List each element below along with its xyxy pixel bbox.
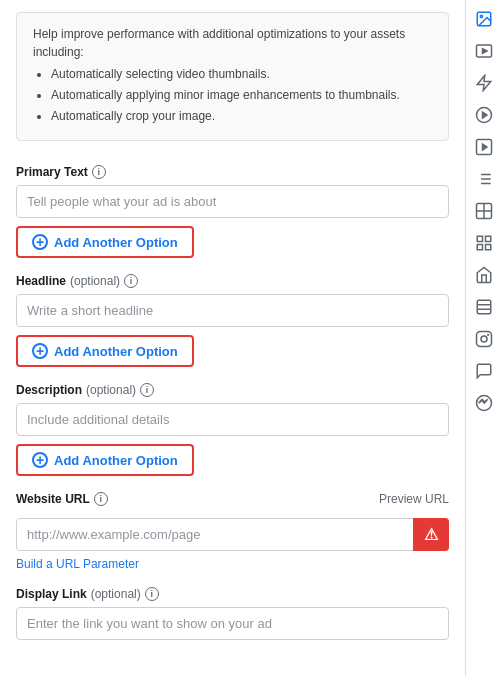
sidebar-icon-image[interactable] — [469, 4, 499, 34]
website-url-section: Website URL i Preview URL ⚠ Build a URL … — [0, 484, 465, 579]
headline-label: Headline (optional) i — [16, 274, 449, 288]
svg-marker-4 — [477, 76, 491, 91]
description-info-icon[interactable]: i — [140, 383, 154, 397]
info-box-item-2: Automatically applying minor image enhan… — [51, 86, 432, 104]
svg-rect-18 — [477, 236, 482, 241]
sidebar-icon-play1[interactable] — [469, 100, 499, 130]
plus-circle-icon-3: + — [32, 452, 48, 468]
primary-text-input[interactable] — [16, 185, 449, 218]
sidebar-icon-instagram[interactable] — [469, 324, 499, 354]
svg-rect-19 — [485, 236, 490, 241]
display-link-section: Display Link (optional) i — [0, 579, 465, 648]
svg-marker-6 — [482, 112, 487, 118]
right-sidebar — [465, 0, 501, 676]
display-link-label: Display Link (optional) i — [16, 587, 449, 601]
svg-point-26 — [481, 336, 487, 342]
sidebar-icon-lightning[interactable] — [469, 68, 499, 98]
description-label: Description (optional) i — [16, 383, 449, 397]
sidebar-icon-chat[interactable] — [469, 356, 499, 386]
svg-point-27 — [487, 335, 488, 336]
headline-input[interactable] — [16, 294, 449, 327]
headline-add-option-button[interactable]: + Add Another Option — [16, 335, 194, 367]
primary-text-label: Primary Text i — [16, 165, 449, 179]
display-link-info-icon[interactable]: i — [145, 587, 159, 601]
website-url-info-icon[interactable]: i — [94, 492, 108, 506]
description-add-option-button[interactable]: + Add Another Option — [16, 444, 194, 476]
plus-circle-icon: + — [32, 234, 48, 250]
info-box-item-3: Automatically crop your image. — [51, 107, 432, 125]
plus-circle-icon-2: + — [32, 343, 48, 359]
sidebar-icon-grid[interactable] — [469, 292, 499, 322]
info-box: Help improve performance with additional… — [16, 12, 449, 141]
website-url-input[interactable] — [16, 518, 449, 551]
website-url-label: Website URL i — [16, 492, 108, 506]
svg-rect-22 — [477, 300, 491, 314]
svg-marker-3 — [482, 49, 487, 54]
sidebar-icon-list[interactable] — [469, 164, 499, 194]
svg-marker-8 — [482, 144, 487, 150]
display-link-input[interactable] — [16, 607, 449, 640]
sidebar-icon-store[interactable] — [469, 260, 499, 290]
primary-text-section: Primary Text i + Add Another Option — [0, 157, 465, 266]
primary-text-add-option-button[interactable]: + Add Another Option — [16, 226, 194, 258]
headline-info-icon[interactable]: i — [124, 274, 138, 288]
warning-triangle-icon: ⚠ — [424, 525, 438, 544]
url-warning-button[interactable]: ⚠ — [413, 518, 449, 551]
info-box-list: Automatically selecting video thumbnails… — [33, 65, 432, 125]
build-url-link[interactable]: Build a URL Parameter — [16, 557, 139, 571]
sidebar-icon-messenger[interactable] — [469, 388, 499, 418]
sidebar-icon-video[interactable] — [469, 36, 499, 66]
preview-url-label: Preview URL — [379, 492, 449, 506]
svg-rect-25 — [476, 332, 491, 347]
website-url-header-row: Website URL i Preview URL — [16, 492, 449, 506]
primary-text-info-icon[interactable]: i — [92, 165, 106, 179]
headline-section: Headline (optional) i + Add Another Opti… — [0, 266, 465, 375]
svg-rect-21 — [485, 245, 490, 250]
svg-rect-20 — [477, 245, 482, 250]
svg-point-1 — [480, 15, 482, 17]
info-box-item-1: Automatically selecting video thumbnails… — [51, 65, 432, 83]
description-input[interactable] — [16, 403, 449, 436]
info-box-intro: Help improve performance with additional… — [33, 27, 405, 59]
sidebar-icon-media[interactable] — [469, 196, 499, 226]
website-url-input-wrapper: ⚠ — [16, 518, 449, 551]
description-section: Description (optional) i + Add Another O… — [0, 375, 465, 484]
sidebar-icon-gallery[interactable] — [469, 228, 499, 258]
sidebar-icon-play2[interactable] — [469, 132, 499, 162]
